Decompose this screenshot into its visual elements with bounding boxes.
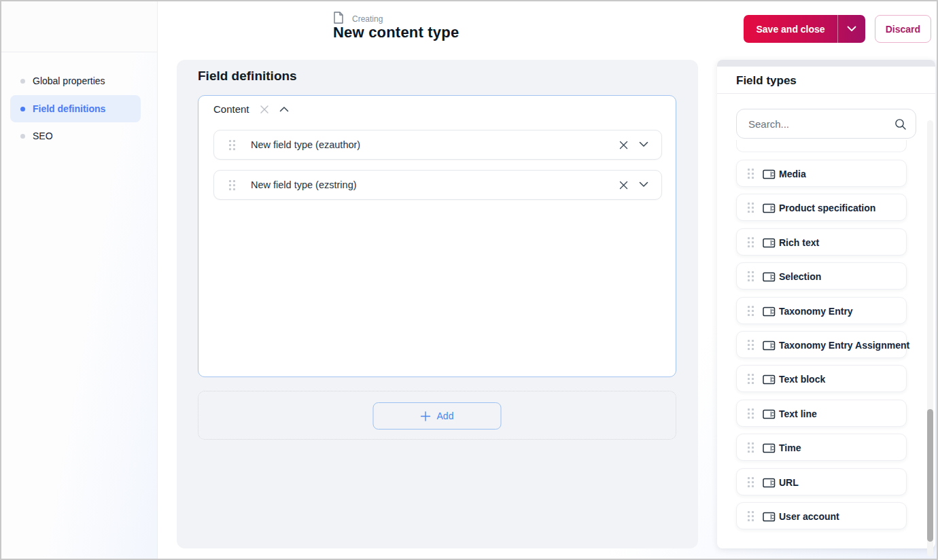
close-icon: [259, 104, 270, 115]
content-type-editor: Global properties Field definitions SEO …: [0, 0, 938, 560]
save-and-close-button[interactable]: Save and close: [744, 15, 837, 43]
chevron-down-icon: [847, 26, 856, 32]
drag-handle-icon[interactable]: [747, 476, 754, 491]
discard-button[interactable]: Discard: [875, 15, 931, 43]
field-definitions-panel: Field definitions Content New field type…: [177, 60, 698, 548]
field-type-card[interactable]: Time: [736, 434, 907, 461]
sidebar-item-label: Global properties: [33, 75, 105, 86]
field-type-card[interactable]: Taxonomy Entry: [736, 297, 907, 324]
close-icon: [619, 140, 629, 150]
field-definition-row[interactable]: New field type (ezstring): [213, 170, 662, 200]
field-type-card[interactable]: Media: [736, 160, 907, 187]
scrollbar-thumb[interactable]: [927, 409, 933, 542]
field-type-label: User account: [779, 511, 839, 522]
field-type-icon: [763, 512, 776, 525]
drag-handle-icon[interactable]: [747, 270, 754, 285]
field-type-card[interactable]: Text block: [736, 365, 907, 392]
add-button-label: Add: [437, 410, 454, 421]
field-type-label: Taxonomy Entry Assignment: [779, 340, 909, 351]
header-actions: Save and close Discard: [744, 15, 931, 43]
field-type-card[interactable]: Taxonomy Entry Assignment: [736, 331, 907, 358]
field-type-icon: [763, 238, 776, 251]
field-types-panel: Field types Media: [717, 60, 935, 548]
sidebar-item-field-definitions[interactable]: Field definitions: [10, 95, 141, 122]
drag-handle-icon[interactable]: [747, 168, 754, 182]
add-group-dropzone: Add: [198, 391, 676, 440]
field-type-icon: [763, 478, 776, 491]
field-type-label: URL: [779, 477, 799, 488]
sidebar-item-seo[interactable]: SEO: [10, 124, 141, 147]
drag-handle-icon[interactable]: [747, 305, 754, 319]
plus-icon: [421, 411, 431, 421]
drag-handle-icon[interactable]: [747, 373, 754, 387]
field-type-icon: [763, 307, 776, 319]
divider: [717, 93, 935, 94]
drag-handle-icon[interactable]: [747, 510, 754, 525]
field-type-card[interactable]: Selection: [736, 262, 907, 290]
field-type-card-partial[interactable]: [736, 140, 907, 152]
field-type-icon: [763, 169, 776, 182]
field-group-header: Content: [213, 103, 289, 115]
sidebar: Global properties Field definitions SEO: [1, 1, 158, 559]
save-and-close-split-button: Save and close: [744, 15, 865, 43]
field-types-title: Field types: [736, 74, 797, 88]
drag-handle-icon[interactable]: [747, 339, 754, 353]
sidebar-item-label: SEO: [33, 130, 53, 141]
scrollbar-track[interactable]: [927, 120, 933, 557]
drag-handle-icon[interactable]: [747, 442, 754, 456]
add-button[interactable]: Add: [373, 402, 502, 430]
field-type-label: Text line: [779, 408, 817, 419]
bullet-icon: [20, 79, 25, 84]
field-type-label: Selection: [779, 271, 821, 282]
chevron-up-icon: [279, 106, 289, 112]
remove-field-button[interactable]: [619, 180, 629, 190]
bullet-icon: [20, 134, 25, 139]
bullet-icon: [20, 107, 25, 111]
field-type-icon: [763, 272, 776, 285]
sidebar-item-label: Field definitions: [33, 103, 105, 114]
field-type-card[interactable]: Text line: [736, 400, 907, 427]
page-title: New content type: [333, 24, 459, 41]
drag-handle-icon[interactable]: [747, 237, 754, 251]
field-type-label: Taxonomy Entry: [779, 306, 853, 317]
remove-group-button[interactable]: [259, 104, 270, 115]
section-title: Field definitions: [198, 69, 297, 84]
field-type-label: Time: [779, 442, 801, 453]
drag-handle-icon[interactable]: [228, 139, 236, 154]
field-type-card[interactable]: User account: [736, 502, 907, 529]
field-type-icon: [763, 203, 776, 216]
field-type-label: Text block: [779, 374, 825, 385]
drag-handle-icon[interactable]: [747, 202, 754, 216]
panel-top-strip: [717, 60, 935, 67]
field-definition-label: New field type (ezauthor): [251, 139, 360, 150]
search-input[interactable]: [748, 109, 891, 138]
field-definition-row[interactable]: New field type (ezauthor): [213, 130, 662, 160]
field-type-icon: [763, 409, 776, 422]
sidebar-header: [1, 1, 157, 52]
save-options-dropdown-button[interactable]: [837, 15, 865, 43]
page-header: Creating New content type Save and close…: [158, 1, 937, 60]
field-type-icon: [763, 374, 776, 387]
field-type-card[interactable]: Rich text: [736, 228, 907, 256]
chevron-down-icon: [639, 141, 648, 147]
field-types-search: [736, 109, 916, 139]
drag-handle-icon[interactable]: [228, 179, 236, 194]
field-definition-label: New field type (ezstring): [251, 179, 357, 190]
field-type-label: Media: [779, 169, 806, 179]
sidebar-item-global-properties[interactable]: Global properties: [10, 69, 141, 92]
field-group-content: Content New field type (ezauthor): [198, 95, 676, 377]
field-type-label: Rich text: [779, 237, 819, 248]
field-type-icon: [763, 340, 776, 353]
expand-field-button[interactable]: [639, 141, 648, 147]
expand-field-button[interactable]: [639, 181, 648, 188]
collapse-group-button[interactable]: [279, 106, 289, 112]
field-type-label: Product specification: [779, 203, 875, 213]
field-type-card[interactable]: URL: [736, 468, 907, 495]
field-type-card[interactable]: Product specification: [736, 194, 907, 221]
search-icon: [894, 118, 907, 133]
field-type-icon: [763, 443, 776, 456]
field-types-list: Media Product specification: [736, 160, 907, 536]
remove-field-button[interactable]: [619, 140, 629, 150]
drag-handle-icon[interactable]: [747, 408, 754, 422]
context-label: Creating: [352, 14, 383, 24]
